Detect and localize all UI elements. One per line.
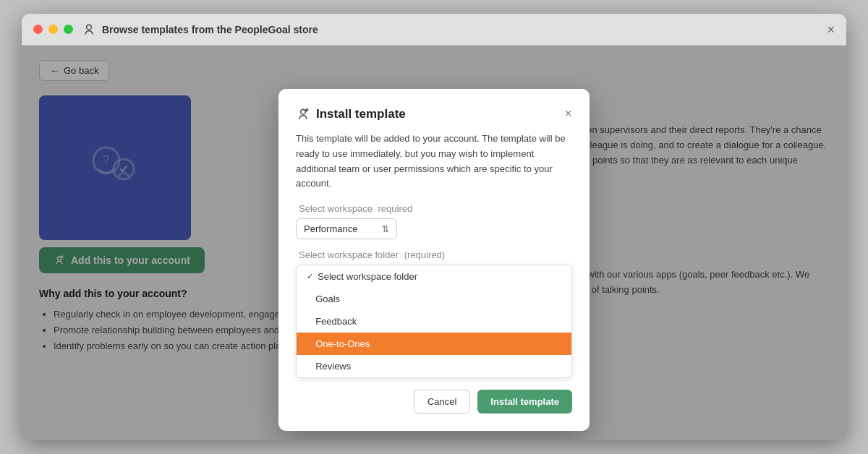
titlebar: Browse templates from the PeopleGoal sto… [22, 14, 846, 46]
minimize-traffic-light[interactable] [48, 25, 58, 34]
main-content: ← Go back ? [22, 46, 846, 440]
install-template-modal: Install template × This template will be… [278, 89, 590, 431]
app-window: Browse templates from the PeopleGoal sto… [22, 14, 846, 440]
svg-point-7 [301, 109, 306, 114]
modal-title: Install template [316, 107, 406, 121]
peoplegoal-icon [82, 22, 96, 37]
install-template-button[interactable]: Install template [477, 390, 572, 414]
modal-header: Install template × [296, 106, 572, 121]
folder-option-one-to-ones[interactable]: One-to-Ones [297, 333, 571, 355]
workspace-label: Select workspace required [296, 203, 572, 214]
maximize-traffic-light[interactable] [64, 25, 73, 34]
folder-option-feedback[interactable]: Feedback [297, 310, 571, 333]
folder-option-label: Goals [315, 294, 340, 304]
modal-footer: Cancel Install template [296, 390, 572, 414]
check-placeholder [307, 317, 311, 326]
folder-option-label: Feedback [315, 316, 357, 327]
folder-option-goals[interactable]: Goals [297, 288, 571, 310]
folder-option-label: Reviews [315, 361, 351, 372]
check-placeholder [307, 295, 311, 304]
folder-option-reviews[interactable]: Reviews [297, 355, 571, 377]
workspace-select-value: Performance [304, 223, 357, 234]
folder-option-label: One-to-Ones [315, 338, 370, 349]
window-title-area: Browse templates from the PeopleGoal sto… [82, 22, 318, 37]
window-title: Browse templates from the PeopleGoal sto… [102, 24, 318, 35]
modal-close-button[interactable]: × [564, 106, 572, 121]
cancel-button[interactable]: Cancel [414, 390, 470, 414]
traffic-lights [33, 25, 73, 34]
check-icon: ✓ [307, 272, 313, 281]
close-traffic-light[interactable] [33, 25, 43, 34]
folder-option-select[interactable]: ✓ Select workspace folder [297, 265, 571, 288]
check-placeholder [307, 362, 311, 371]
window-close-button[interactable]: × [827, 23, 835, 36]
modal-install-icon [296, 107, 310, 121]
svg-point-0 [87, 25, 92, 30]
folder-dropdown: ✓ Select workspace folder Goals Feedback [296, 265, 572, 378]
chevron-down-icon: ⇅ [382, 224, 389, 234]
modal-overlay: Install template × This template will be… [22, 46, 846, 440]
folder-option-label: Select workspace folder [318, 271, 417, 282]
workspace-select[interactable]: Performance ⇅ [296, 218, 397, 239]
modal-description: This template will be added to your acco… [296, 132, 572, 192]
folder-label: Select workspace folder (required) [296, 249, 572, 260]
check-placeholder [307, 340, 311, 348]
